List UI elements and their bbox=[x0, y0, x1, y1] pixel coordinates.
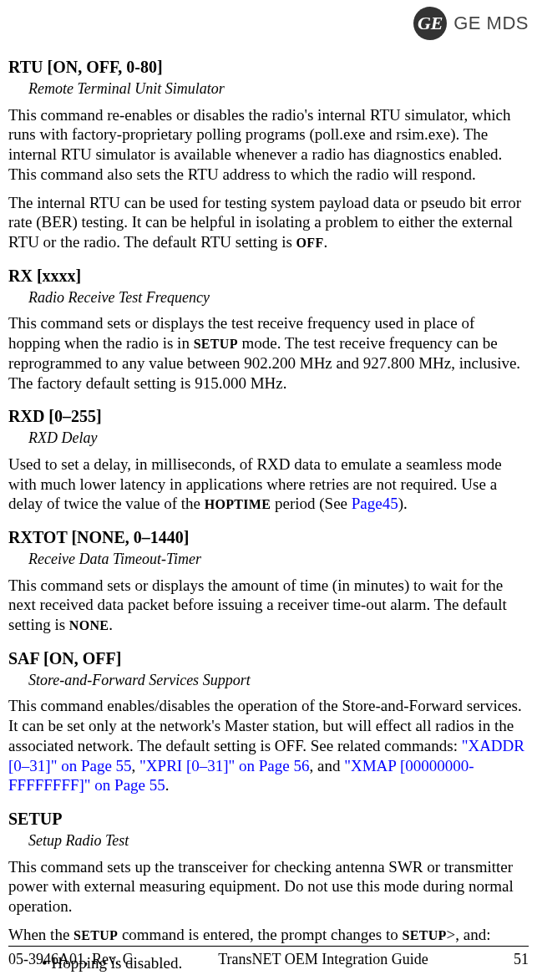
link-xpri[interactable]: "XPRI [0–31]" on Page 56 bbox=[139, 757, 309, 774]
text: , and bbox=[309, 757, 344, 774]
text: period (See bbox=[271, 495, 352, 512]
kw-off: OFF bbox=[296, 236, 324, 250]
heading-rx: RX [xxxx] bbox=[8, 266, 529, 287]
heading-rtu: RTU [ON, OFF, 0-80] bbox=[8, 57, 529, 78]
text: command is entered, the prompt changes t… bbox=[118, 926, 402, 943]
footer-center: TransNET OEM Integration Guide bbox=[218, 950, 428, 969]
para-rtu-1: This command re-enables or disables the … bbox=[8, 105, 529, 185]
text: The internal RTU can be used for testing… bbox=[8, 194, 521, 251]
subtitle-rxtot: Receive Data Timeout-Timer bbox=[28, 550, 529, 569]
subtitle-saf: Store-and-Forward Services Support bbox=[28, 671, 529, 690]
para-rx-1: This command sets or displays the test r… bbox=[8, 313, 529, 393]
link-page45[interactable]: Page45 bbox=[352, 495, 398, 512]
para-rxd-1: Used to set a delay, in milliseconds, of… bbox=[8, 454, 529, 514]
text: This command enables/disables the operat… bbox=[8, 697, 522, 754]
heading-saf: SAF [ON, OFF] bbox=[8, 648, 529, 669]
kw-setup-1: SETUP bbox=[73, 928, 118, 942]
footer-left: 05-3946A01, Rev. C bbox=[8, 950, 133, 969]
subtitle-setup: Setup Radio Test bbox=[28, 831, 529, 851]
para-setup-2: When the SETUP command is entered, the p… bbox=[8, 925, 529, 945]
subtitle-rtu: Remote Terminal Unit Simulator bbox=[28, 79, 529, 99]
text: , bbox=[132, 757, 140, 774]
footer-page-number: 51 bbox=[514, 950, 529, 969]
text: . bbox=[165, 776, 170, 794]
kw-setup: SETUP bbox=[194, 337, 238, 351]
document-header: GE GE MDS bbox=[8, 7, 529, 40]
heading-rxtot: RXTOT [NONE, 0–1440] bbox=[8, 527, 529, 548]
heading-setup: SETUP bbox=[8, 809, 529, 830]
heading-rxd: RXD [0–255] bbox=[8, 406, 529, 427]
para-saf-1: This command enables/disables the operat… bbox=[8, 696, 529, 795]
subtitle-rxd: RXD Delay bbox=[28, 429, 529, 448]
kw-hoptime: HOPTIME bbox=[205, 497, 271, 511]
page-footer: 05-3946A01, Rev. C TransNET OEM Integrat… bbox=[8, 946, 529, 969]
text: . bbox=[324, 233, 328, 251]
subtitle-rx: Radio Receive Test Frequency bbox=[28, 288, 529, 307]
para-rxtot-1: This command sets or displays the amount… bbox=[8, 576, 529, 635]
text: . bbox=[109, 616, 113, 633]
text: >, and: bbox=[447, 926, 491, 943]
brand-text: GE MDS bbox=[453, 12, 529, 35]
text: When the bbox=[8, 926, 73, 943]
para-setup-1: This command sets up the transceiver for… bbox=[8, 857, 529, 917]
kw-none: NONE bbox=[69, 618, 109, 632]
ge-logo-icon: GE bbox=[413, 7, 447, 40]
para-rtu-2: The internal RTU can be used for testing… bbox=[8, 193, 529, 252]
text: ). bbox=[398, 495, 408, 512]
kw-setup-2: SETUP bbox=[402, 928, 446, 942]
